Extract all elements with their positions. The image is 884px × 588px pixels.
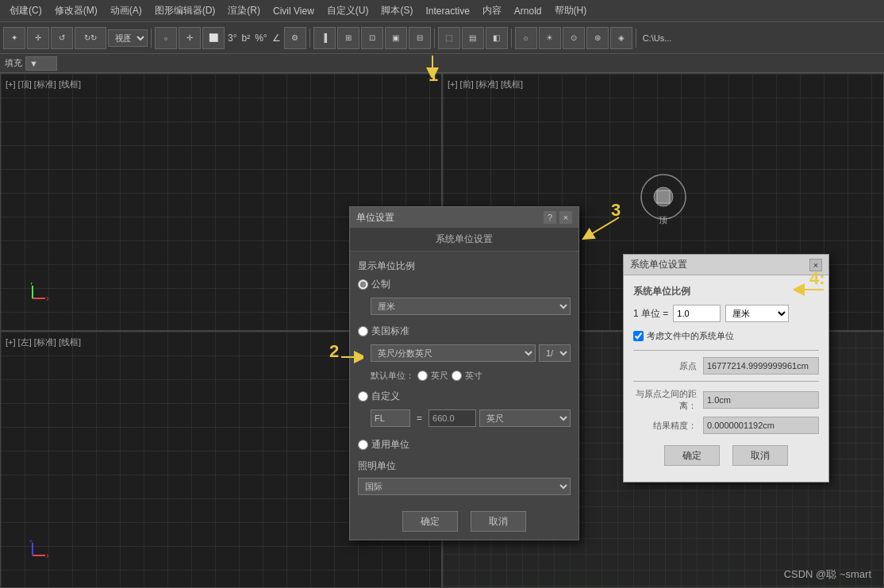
dialog-help-btn[interactable]: ?: [544, 211, 556, 224]
menu-bar: 创建(C) 修改器(M) 动画(A) 图形编辑器(D) 渲染(R) Civil …: [0, 0, 884, 22]
menu-interactive[interactable]: Interactive: [419, 2, 475, 20]
precision-value-text: 0.0000001192cm: [707, 421, 774, 430]
ratio-prefix: 1 单位 =: [633, 307, 668, 321]
menu-content[interactable]: 内容: [476, 1, 508, 21]
svg-text:X: X: [46, 295, 48, 302]
metric-radio[interactable]: [358, 279, 368, 290]
metric-select[interactable]: 厘米: [371, 298, 571, 315]
tool-btn-4[interactable]: ⚙: [284, 27, 306, 49]
system-unit-btn[interactable]: 系统单位设置: [350, 228, 578, 252]
render2-btn[interactable]: ☀: [539, 27, 561, 49]
menu-render[interactable]: 渲染(R): [221, 1, 267, 21]
divider2: [633, 381, 819, 382]
menu-modifier[interactable]: 修改器(M): [48, 1, 104, 21]
tool-btn-15[interactable]: ◈: [610, 27, 632, 49]
custom-value-input[interactable]: [429, 409, 476, 427]
svg-text:Z: Z: [29, 540, 33, 544]
origin-row: 原点 16777214.9999999961cm: [633, 357, 819, 375]
lighting-select[interactable]: 国际: [358, 478, 571, 495]
dialog-body: 显示单位比例 公制 厘米 美国标准 英尺/分数英尺: [350, 252, 578, 503]
tool-btn-14[interactable]: ⊛: [586, 27, 609, 49]
view-gizmo: [640, 173, 687, 221]
menu-arnold[interactable]: Arnold: [508, 2, 548, 20]
fill-toolbar: 填充 ▼: [0, 54, 884, 73]
default-unit-row: 默认单位： 英尺 英寸: [358, 370, 571, 382]
dialog-cancel-btn[interactable]: 取消: [471, 511, 526, 532]
ratio-unit-select[interactable]: 厘米: [725, 305, 789, 322]
generic-radio-row: 通用单位: [358, 438, 571, 452]
menu-customize[interactable]: 自定义(U): [321, 1, 375, 21]
sub-ok-btn[interactable]: 确定: [664, 445, 720, 466]
sep3: [434, 29, 435, 48]
tool-btn-6[interactable]: ⊞: [337, 27, 359, 49]
tool-btn-11[interactable]: ▤: [462, 27, 484, 49]
tool-btn-9[interactable]: ⊟: [409, 27, 431, 49]
dialog-title: 单位设置: [356, 211, 394, 225]
dialog-system-unit: 系统单位设置 × 系统单位比例 1 单位 = 厘米 考虑文件中的系统单位 原点 …: [623, 254, 829, 482]
lighting-label: 照明单位: [358, 459, 571, 473]
us-select-row: 英尺/分数英尺 1/8: [358, 344, 571, 362]
tool-btn-10[interactable]: ⬚: [438, 27, 460, 49]
path-display: C:\Us...: [640, 33, 675, 43]
dialog-btn-row: 确定 取消: [350, 503, 578, 540]
tool-btn-8[interactable]: ▣: [385, 27, 407, 49]
custom-unit-select[interactable]: 英尺: [479, 409, 571, 427]
tool-btn-2[interactable]: ✛: [179, 27, 201, 49]
sub-btn-row: 确定 取消: [633, 439, 819, 472]
feet-radio[interactable]: [417, 371, 428, 381]
tool-btn-5[interactable]: ▐: [313, 27, 336, 49]
us-fraction-select[interactable]: 1/8: [539, 344, 571, 362]
feet-label: 英尺: [431, 370, 448, 382]
sub-dialog-body: 系统单位比例 1 单位 = 厘米 考虑文件中的系统单位 原点 16777214.…: [624, 275, 828, 482]
dialog-close-btn[interactable]: ×: [559, 211, 572, 224]
consider-file-units-checkbox[interactable]: [633, 331, 644, 341]
sub-dialog-close-btn[interactable]: ×: [809, 259, 822, 271]
origin-value: 16777214.9999999961cm: [703, 357, 819, 375]
menu-animation[interactable]: 动画(A): [104, 1, 148, 21]
svg-text:X: X: [46, 552, 48, 559]
distance-value-text: 1.0cm: [707, 395, 731, 405]
us-standard-label: 美国标准: [371, 325, 409, 338]
svg-text:Y: Y: [29, 282, 34, 286]
sub-cancel-btn[interactable]: 取消: [732, 445, 788, 466]
tool-label-b: b²: [240, 33, 252, 44]
undo-btn[interactable]: ↺: [51, 27, 73, 49]
menu-graph-editor[interactable]: 图形编辑器(D): [148, 1, 222, 21]
fill-dropdown[interactable]: ▼: [25, 56, 57, 71]
custom-name-input[interactable]: [371, 409, 410, 427]
custom-radio[interactable]: [358, 391, 368, 402]
checkbox-row: 考虑文件中的系统单位: [633, 330, 819, 342]
tool-btn-12[interactable]: ◧: [486, 27, 508, 49]
lighting-section: 照明单位 国际: [358, 459, 571, 495]
ratio-value-input[interactable]: [673, 305, 721, 322]
create-btn[interactable]: ✦: [3, 27, 25, 49]
sub-dialog-title-bar: 系统单位设置 ×: [624, 255, 828, 275]
tool-btn-13[interactable]: ⊙: [563, 27, 585, 49]
menu-civil-view[interactable]: Civil View: [267, 2, 321, 20]
view-dropdown[interactable]: 视图: [108, 29, 148, 47]
menu-create[interactable]: 创建(C): [3, 1, 48, 21]
viewport-tr-label[interactable]: [+] [前] [标准] [线框]: [448, 79, 523, 90]
us-unit-select[interactable]: 英尺/分数英尺: [371, 344, 536, 362]
viewport-bl-label[interactable]: [+] [左] [标准] [线框]: [6, 336, 81, 348]
distance-label: 与原点之间的距离：: [633, 388, 697, 412]
select-btn[interactable]: ✛: [27, 27, 49, 49]
svg-rect-6: [657, 190, 670, 203]
metric-radio-row: 公制: [358, 278, 571, 291]
tool-btn-1[interactable]: ⬦: [155, 27, 177, 49]
metric-label: 公制: [371, 278, 390, 291]
dialog-ok-btn[interactable]: 确定: [402, 511, 458, 532]
us-standard-radio[interactable]: [358, 326, 368, 336]
metric-select-row: 厘米: [358, 298, 571, 315]
render-btn[interactable]: ☼: [515, 27, 537, 49]
menu-help[interactable]: 帮助(H): [548, 1, 594, 21]
redo-btn[interactable]: ↻↻: [75, 27, 106, 49]
inches-radio[interactable]: [452, 371, 462, 381]
tool-btn-7[interactable]: ⊡: [361, 27, 383, 49]
tool-btn-3[interactable]: ⬜: [202, 27, 225, 49]
viewport-tl-label[interactable]: [+] [顶] [标准] [线框]: [6, 79, 81, 90]
menu-script[interactable]: 脚本(S): [375, 1, 419, 21]
dialog-unit-settings: 单位设置 ? × 系统单位设置 显示单位比例 公制 厘米 美国标准: [349, 206, 579, 540]
radio-group: 公制 厘米 美国标准 英尺/分数英尺 1/8 默认单位: [358, 278, 571, 452]
generic-radio[interactable]: [358, 440, 368, 450]
